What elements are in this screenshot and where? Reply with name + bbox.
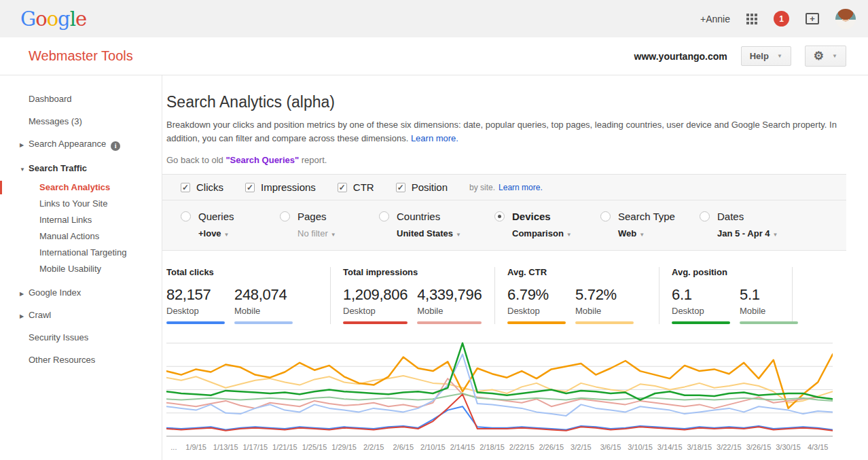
dimension-filter-dropdown[interactable]: +love▼ bbox=[198, 228, 280, 238]
metric-toggle-bar: ✓Clicks✓Impressions✓CTR✓Positionby site.… bbox=[162, 174, 846, 200]
trend-chart bbox=[166, 340, 833, 440]
sidebar-item-search-analytics[interactable]: Search Analytics bbox=[0, 179, 162, 196]
radio-icon[interactable] bbox=[494, 211, 505, 222]
chart-x-tick-label: 3/2/15 bbox=[571, 443, 592, 451]
dimension-dates[interactable]: DatesJan 5 - Apr 4▼ bbox=[700, 211, 799, 238]
sidebar-item-manual-actions[interactable]: Manual Actions bbox=[0, 228, 162, 245]
info-icon[interactable]: i bbox=[111, 141, 120, 151]
checkbox-icon[interactable]: ✓ bbox=[396, 183, 405, 192]
metric-entry-desktop: 6.79%Desktop bbox=[507, 286, 566, 324]
toggle-impressions[interactable]: ✓Impressions bbox=[245, 181, 316, 193]
chevron-down-icon: ▼ bbox=[639, 232, 645, 238]
radio-icon[interactable] bbox=[280, 211, 290, 222]
by-site-learn-more-link[interactable]: Learn more. bbox=[499, 183, 543, 192]
chart-x-tick-label: 2/2/15 bbox=[363, 443, 384, 451]
toggle-label: Clicks bbox=[196, 181, 223, 193]
chart-x-tick-label: 2/14/15 bbox=[450, 443, 475, 451]
checkbox-icon[interactable]: ✓ bbox=[338, 183, 347, 192]
sidebar-item-label: Other Resources bbox=[29, 355, 95, 365]
metric-card-title: Total clicks bbox=[166, 267, 330, 277]
toggle-position[interactable]: ✓Position bbox=[396, 181, 448, 193]
sidebar-item-search-traffic[interactable]: ▼Search Traffic bbox=[0, 157, 162, 179]
metric-value: 5.72% bbox=[575, 286, 634, 304]
dimension-filter-dropdown[interactable]: United States▼ bbox=[397, 228, 494, 238]
dimension-filter-dropdown[interactable]: Comparison▼ bbox=[512, 228, 600, 238]
metric-entry-desktop: 1,209,806Desktop bbox=[343, 286, 408, 324]
chevron-collapsed-icon[interactable]: ▶ bbox=[20, 140, 24, 150]
dimension-filter-dropdown[interactable]: No filter▼ bbox=[297, 228, 379, 238]
dimension-search-type[interactable]: Search TypeWeb▼ bbox=[600, 211, 700, 238]
dimension-filter-dropdown[interactable]: Jan 5 - Apr 4▼ bbox=[717, 228, 799, 238]
sidebar-item-label: Search Traffic bbox=[29, 163, 87, 173]
sidebar-item-label: Crawl bbox=[29, 310, 51, 320]
app-title[interactable]: Webmaster Tools bbox=[29, 48, 133, 64]
google-logo[interactable]: Google bbox=[20, 7, 86, 31]
sidebar-item-google-index[interactable]: ▶Google Index bbox=[0, 281, 162, 304]
avatar[interactable] bbox=[835, 9, 856, 29]
metric-device-label: Mobile bbox=[575, 306, 634, 316]
notifications-badge[interactable]: 1 bbox=[774, 11, 789, 26]
metric-card-title: Total impressions bbox=[343, 267, 494, 277]
dimension-pages[interactable]: PagesNo filter▼ bbox=[280, 211, 379, 238]
sidebar-item-crawl[interactable]: ▶Crawl bbox=[0, 304, 162, 326]
sidebar-item-messages-3[interactable]: Messages (3) bbox=[0, 110, 162, 132]
metric-value: 6.79% bbox=[507, 286, 566, 304]
metric-color-bar bbox=[166, 321, 225, 324]
dimension-filter-dropdown[interactable]: Web▼ bbox=[618, 228, 700, 238]
dimension-queries[interactable]: Queries+love▼ bbox=[181, 211, 280, 238]
toggle-ctr[interactable]: ✓CTR bbox=[338, 181, 374, 193]
dimension-countries[interactable]: CountriesUnited States▼ bbox=[379, 211, 494, 238]
chevron-expanded-icon[interactable]: ▼ bbox=[20, 164, 25, 175]
metric-card-avg-position: Avg. position6.1Desktop5.1Mobile bbox=[659, 267, 793, 324]
toggle-clicks[interactable]: ✓Clicks bbox=[181, 181, 223, 193]
radio-icon[interactable] bbox=[181, 211, 191, 222]
chart-x-tick-label: 3/30/15 bbox=[776, 443, 801, 451]
sidebar-item-label: International Targeting bbox=[39, 247, 126, 258]
radio-icon[interactable] bbox=[700, 211, 710, 222]
sidebar-item-dashboard[interactable]: Dashboard bbox=[0, 88, 162, 110]
help-button[interactable]: Help ▼ bbox=[741, 46, 791, 66]
metric-device-label: Desktop bbox=[166, 306, 225, 316]
account-name[interactable]: +Annie bbox=[700, 14, 730, 24]
radio-icon[interactable] bbox=[600, 211, 611, 222]
sidebar-item-label: Dashboard bbox=[29, 94, 72, 104]
learn-more-link[interactable]: Learn more. bbox=[411, 133, 458, 143]
chevron-down-icon: ▼ bbox=[832, 53, 837, 59]
toggle-label: Impressions bbox=[261, 181, 316, 193]
summary-metrics: Total clicks82,157Desktop248,074MobileTo… bbox=[166, 267, 846, 324]
sidebar-item-other-resources[interactable]: Other Resources bbox=[0, 349, 162, 371]
search-queries-link[interactable]: "Search Queries" bbox=[225, 155, 299, 165]
sidebar-item-links-to-your-site[interactable]: Links to Your Site bbox=[0, 196, 162, 212]
metric-device-label: Desktop bbox=[507, 306, 566, 316]
metric-color-bar bbox=[417, 321, 482, 324]
sidebar-item-international-targeting[interactable]: International Targeting bbox=[0, 245, 162, 261]
metric-value: 82,157 bbox=[166, 286, 225, 304]
sidebar-item-label: Search Appearance bbox=[29, 139, 106, 149]
sidebar-item-internal-links[interactable]: Internal Links bbox=[0, 212, 162, 228]
chevron-collapsed-icon[interactable]: ▶ bbox=[20, 289, 24, 299]
metric-device-label: Mobile bbox=[234, 306, 293, 316]
dimension-label: Dates bbox=[717, 211, 744, 222]
metric-entry-desktop: 82,157Desktop bbox=[166, 286, 225, 324]
chart-x-tick-label: 3/10/15 bbox=[628, 443, 653, 451]
metric-value: 6.1 bbox=[672, 286, 730, 304]
google-logo-letter: l bbox=[70, 7, 75, 31]
share-box-icon[interactable]: + bbox=[806, 13, 819, 24]
metric-card-title: Avg. CTR bbox=[507, 267, 659, 277]
checkbox-icon[interactable]: ✓ bbox=[245, 183, 255, 192]
sidebar-item-search-appearance[interactable]: ▶Search Appearancei bbox=[0, 132, 162, 157]
page-description: Breakdown your clicks and position metri… bbox=[166, 118, 840, 145]
by-site-text: by site. bbox=[469, 183, 495, 192]
chevron-collapsed-icon[interactable]: ▶ bbox=[20, 311, 24, 321]
google-logo-letter: g bbox=[58, 7, 70, 31]
metric-entry-mobile: 4,339,796Mobile bbox=[417, 286, 482, 324]
dimension-devices[interactable]: DevicesComparison▼ bbox=[494, 211, 600, 238]
metric-card-total-impressions: Total impressions1,209,806Desktop4,339,7… bbox=[331, 267, 495, 324]
apps-grid-icon[interactable] bbox=[746, 14, 757, 24]
sidebar-item-mobile-usability[interactable]: Mobile Usability bbox=[0, 261, 162, 277]
sidebar-item-security-issues[interactable]: Security Issues bbox=[0, 326, 162, 349]
radio-icon[interactable] bbox=[379, 211, 389, 222]
settings-button[interactable]: ⚙ ▼ bbox=[805, 46, 846, 67]
dimension-filter-value: Web bbox=[618, 228, 636, 238]
checkbox-icon[interactable]: ✓ bbox=[181, 183, 190, 192]
